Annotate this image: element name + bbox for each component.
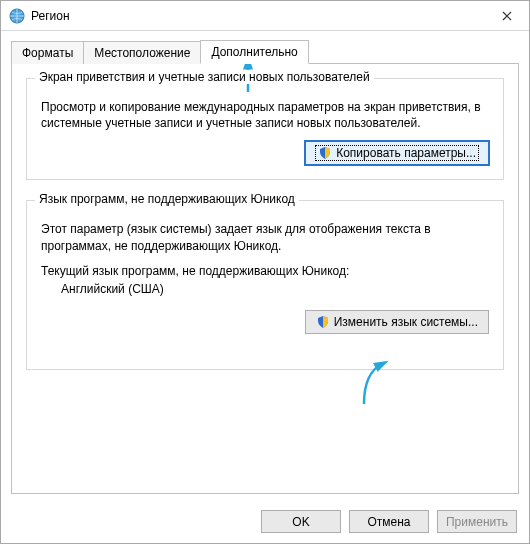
- group-nonunicode-text: Этот параметр (язык системы) задает язык…: [41, 221, 489, 253]
- dialog-footer: OK Отмена Применить: [1, 500, 529, 543]
- tab-location[interactable]: Местоположение: [83, 41, 201, 64]
- tab-formats[interactable]: Форматы: [11, 41, 84, 64]
- apply-button: Применить: [437, 510, 517, 533]
- copy-settings-button[interactable]: Копировать параметры...: [305, 141, 489, 165]
- globe-icon: [9, 8, 25, 24]
- group-welcome-text: Просмотр и копирование международных пар…: [41, 99, 489, 131]
- region-dialog: Регион Форматы Местоположение Дополнител…: [0, 0, 530, 544]
- group-welcome-legend: Экран приветствия и учетные записи новых…: [35, 70, 374, 84]
- tab-panel-advanced: Экран приветствия и учетные записи новых…: [11, 63, 519, 494]
- ok-button[interactable]: OK: [261, 510, 341, 533]
- group-welcome: Экран приветствия и учетные записи новых…: [26, 78, 504, 180]
- tab-advanced[interactable]: Дополнительно: [200, 40, 308, 64]
- tabstrip: Форматы Местоположение Дополнительно: [11, 39, 519, 63]
- current-locale-label: Текущий язык программ, не поддерживающих…: [41, 264, 489, 278]
- close-button[interactable]: [484, 1, 529, 30]
- group-nonunicode: Язык программ, не поддерживающих Юникод …: [26, 200, 504, 370]
- titlebar: Регион: [1, 1, 529, 31]
- group-nonunicode-legend: Язык программ, не поддерживающих Юникод: [35, 192, 299, 206]
- uac-shield-icon: [316, 315, 330, 329]
- content-area: Форматы Местоположение Дополнительно Экр…: [1, 31, 529, 500]
- change-system-locale-label: Изменить язык системы...: [334, 315, 478, 329]
- cancel-button[interactable]: Отмена: [349, 510, 429, 533]
- copy-settings-label: Копировать параметры...: [336, 146, 476, 160]
- uac-shield-icon: [318, 146, 332, 160]
- change-system-locale-button[interactable]: Изменить язык системы...: [305, 310, 489, 334]
- current-locale-value: Английский (США): [61, 282, 489, 296]
- window-title: Регион: [31, 9, 70, 23]
